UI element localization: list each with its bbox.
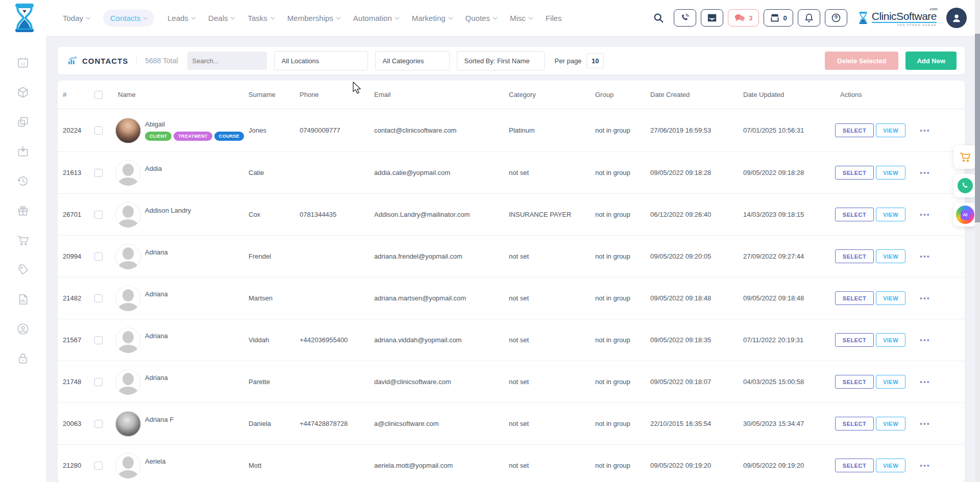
phone-icon (680, 13, 690, 22)
view-button[interactable]: VIEW (876, 417, 905, 430)
row-checkbox[interactable] (94, 462, 103, 470)
nav-quotes[interactable]: Quotes (465, 14, 497, 22)
locations-filter[interactable]: All Locations (274, 51, 368, 70)
account-icon[interactable] (16, 322, 30, 336)
select-button[interactable]: SELECT (835, 417, 874, 430)
chat-button[interactable]: 3 (728, 9, 758, 27)
whatsapp-phone-icon (958, 178, 973, 193)
contact-name[interactable]: Adriana (145, 290, 168, 298)
row-checkbox[interactable] (94, 336, 103, 344)
more-actions-button[interactable]: ••• (920, 128, 930, 133)
help-button[interactable] (825, 9, 847, 27)
categories-filter[interactable]: All Categories (375, 51, 450, 70)
view-button[interactable]: VIEW (876, 459, 905, 472)
nav-tasks[interactable]: Tasks (248, 14, 274, 22)
history-icon[interactable] (16, 174, 30, 188)
inbox-button[interactable] (701, 9, 723, 27)
floating-cart-button[interactable] (953, 145, 977, 169)
select-button[interactable]: SELECT (835, 249, 874, 263)
contact-surname: Catie (249, 169, 300, 176)
store-button[interactable]: 0 (764, 9, 793, 27)
view-button[interactable]: VIEW (876, 291, 905, 305)
nav-leads[interactable]: Leads (167, 14, 195, 22)
contact-email: adriana.martsen@yopmail.com (374, 294, 509, 302)
contact-name[interactable]: Addison Landry (145, 207, 191, 214)
avatar (115, 411, 141, 437)
chevron-down-icon (143, 15, 148, 19)
nav-deals[interactable]: Deals (208, 14, 234, 22)
contact-name[interactable]: Adriana F (145, 416, 174, 423)
nav-marketing[interactable]: Marketing (412, 14, 452, 22)
select-button[interactable]: SELECT (835, 208, 874, 221)
nav-contacts[interactable]: Contacts (103, 10, 154, 27)
select-button[interactable]: SELECT (835, 375, 874, 389)
more-actions-button[interactable]: ••• (920, 463, 930, 468)
view-button[interactable]: VIEW (876, 208, 905, 221)
app-logo-hourglass-icon[interactable] (10, 3, 39, 33)
nav-misc[interactable]: Misc (510, 14, 532, 22)
row-checkbox[interactable] (94, 294, 103, 302)
select-button[interactable]: SELECT (835, 166, 874, 180)
add-new-button[interactable]: Add New (905, 52, 957, 70)
contact-name[interactable]: Adriana (145, 374, 168, 382)
row-checkbox[interactable] (94, 169, 103, 177)
nav-today[interactable]: Today (63, 14, 90, 22)
more-actions-button[interactable]: ••• (920, 212, 930, 217)
row-checkbox[interactable] (94, 211, 103, 219)
view-button[interactable]: VIEW (876, 375, 905, 389)
contact-id: 21482 (63, 294, 94, 302)
lock-icon[interactable] (16, 352, 30, 365)
select-button[interactable]: SELECT (835, 123, 874, 137)
contact-name[interactable]: Addia (145, 165, 162, 172)
calendar-in-icon[interactable] (16, 145, 30, 158)
total-count: 5688 Total (136, 57, 178, 65)
cube-icon[interactable] (16, 86, 30, 99)
contact-name[interactable]: Aeriela (145, 458, 165, 465)
calendar-12-icon[interactable]: 12 (16, 56, 30, 69)
scrollbar-thumb[interactable] (975, 34, 980, 222)
floating-ai-button[interactable]: AI (953, 203, 977, 226)
select-button[interactable]: SELECT (835, 291, 874, 305)
select-button[interactable]: SELECT (835, 333, 874, 347)
row-checkbox[interactable] (94, 126, 103, 135)
tag-icon[interactable] (16, 263, 30, 276)
view-button[interactable]: VIEW (876, 166, 905, 180)
global-search-icon[interactable] (653, 12, 664, 23)
sort-filter[interactable]: Sorted By: First Name (457, 51, 545, 70)
brand-logo: ClinicSoftware .com TEN STEPS AHEAD (857, 11, 937, 25)
cart-icon[interactable] (16, 234, 30, 247)
floating-call-button[interactable] (953, 174, 977, 197)
gift-icon[interactable] (16, 204, 30, 217)
dialer-button[interactable] (674, 9, 696, 27)
table-row: 26701 Addison Landry Cox 0781344435 Addi… (58, 194, 965, 236)
view-button[interactable]: VIEW (876, 123, 905, 137)
contact-surname: Daniela (249, 420, 300, 427)
delete-selected-button[interactable]: Delete Selected (825, 52, 898, 70)
row-checkbox[interactable] (94, 420, 103, 428)
row-checkbox[interactable] (94, 378, 103, 386)
contact-name[interactable]: Abigail (145, 120, 244, 128)
nav-files[interactable]: Files (546, 14, 562, 22)
search-input[interactable] (192, 57, 282, 65)
contact-name[interactable]: Adriana (145, 332, 168, 340)
view-button[interactable]: VIEW (876, 333, 905, 347)
row-checkbox[interactable] (94, 252, 103, 261)
more-actions-button[interactable]: ••• (920, 170, 930, 175)
nav-memberships[interactable]: Memberships (287, 14, 340, 22)
more-actions-button[interactable]: ••• (920, 421, 930, 426)
per-page-value[interactable]: 10 (586, 53, 604, 68)
notifications-button[interactable] (798, 9, 820, 27)
scrollbar-track[interactable] (975, 0, 980, 482)
more-actions-button[interactable]: ••• (920, 296, 930, 301)
more-actions-button[interactable]: ••• (920, 254, 930, 259)
copy-icon[interactable] (16, 115, 30, 129)
view-button[interactable]: VIEW (876, 249, 905, 263)
contact-name[interactable]: Adriana (145, 248, 168, 256)
select-button[interactable]: SELECT (835, 459, 874, 472)
select-all-checkbox[interactable] (94, 91, 103, 99)
nav-automation[interactable]: Automation (353, 14, 399, 22)
more-actions-button[interactable]: ••• (920, 379, 930, 385)
user-avatar[interactable] (946, 8, 967, 28)
more-actions-button[interactable]: ••• (920, 338, 930, 343)
report-icon[interactable] (16, 293, 30, 306)
